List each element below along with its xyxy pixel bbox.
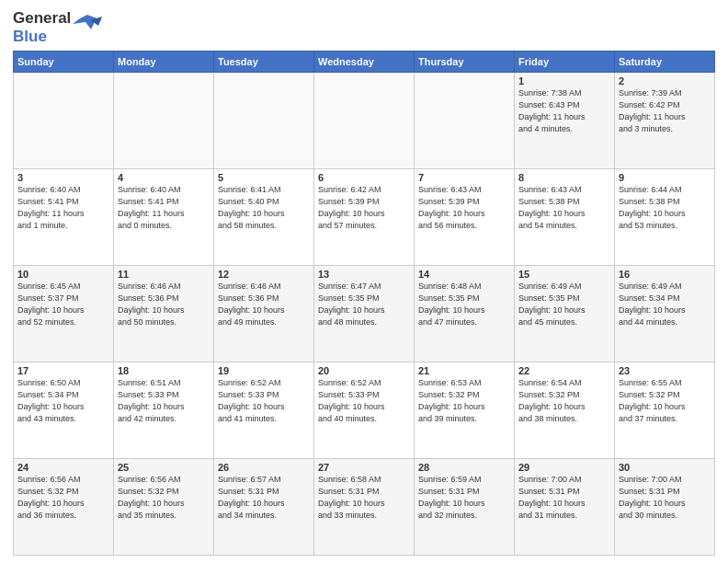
day-cell: 17Sunrise: 6:50 AM Sunset: 5:34 PM Dayli… — [14, 362, 114, 459]
day-cell: 20Sunrise: 6:52 AM Sunset: 5:33 PM Dayli… — [314, 362, 415, 459]
day-cell: 3Sunrise: 6:40 AM Sunset: 5:41 PM Daylig… — [14, 169, 114, 266]
calendar-header: SundayMondayTuesdayWednesdayThursdayFrid… — [14, 52, 715, 73]
week-row-2: 3Sunrise: 6:40 AM Sunset: 5:41 PM Daylig… — [14, 169, 715, 266]
day-number: 2 — [619, 75, 711, 86]
day-cell: 21Sunrise: 6:53 AM Sunset: 5:32 PM Dayli… — [415, 362, 515, 459]
week-row-1: 1Sunrise: 7:38 AM Sunset: 6:43 PM Daylig… — [14, 73, 715, 169]
day-cell — [14, 73, 114, 169]
week-row-3: 10Sunrise: 6:45 AM Sunset: 5:37 PM Dayli… — [14, 266, 715, 362]
day-number: 28 — [418, 462, 510, 473]
day-number: 5 — [218, 172, 310, 183]
col-header-sunday: Sunday — [14, 52, 114, 73]
logo-bird-icon — [73, 13, 102, 42]
day-detail: Sunrise: 6:55 AM Sunset: 5:32 PM Dayligh… — [619, 377, 711, 425]
day-detail: Sunrise: 6:52 AM Sunset: 5:33 PM Dayligh… — [318, 377, 410, 425]
header-row: SundayMondayTuesdayWednesdayThursdayFrid… — [14, 52, 715, 73]
day-cell: 27Sunrise: 6:58 AM Sunset: 5:31 PM Dayli… — [314, 458, 415, 555]
day-cell: 26Sunrise: 6:57 AM Sunset: 5:31 PM Dayli… — [214, 458, 314, 555]
day-number: 7 — [418, 172, 510, 183]
day-detail: Sunrise: 6:40 AM Sunset: 5:41 PM Dayligh… — [118, 184, 210, 232]
day-number: 25 — [118, 462, 210, 473]
day-number: 9 — [619, 172, 711, 183]
day-number: 10 — [17, 269, 109, 280]
day-detail: Sunrise: 7:00 AM Sunset: 5:31 PM Dayligh… — [518, 474, 610, 522]
day-number: 14 — [418, 269, 510, 280]
day-detail: Sunrise: 6:51 AM Sunset: 5:33 PM Dayligh… — [118, 377, 210, 425]
day-number: 27 — [318, 462, 410, 473]
day-cell: 22Sunrise: 6:54 AM Sunset: 5:32 PM Dayli… — [515, 362, 615, 459]
day-number: 13 — [318, 269, 410, 280]
day-cell: 8Sunrise: 6:43 AM Sunset: 5:38 PM Daylig… — [515, 169, 615, 266]
day-cell: 19Sunrise: 6:52 AM Sunset: 5:33 PM Dayli… — [214, 362, 314, 459]
col-header-saturday: Saturday — [615, 52, 715, 73]
day-cell — [114, 73, 214, 169]
col-header-friday: Friday — [515, 52, 615, 73]
day-number: 6 — [318, 172, 410, 183]
col-header-tuesday: Tuesday — [214, 52, 314, 73]
day-number: 8 — [518, 172, 610, 183]
day-detail: Sunrise: 6:43 AM Sunset: 5:39 PM Dayligh… — [418, 184, 510, 232]
day-detail: Sunrise: 6:47 AM Sunset: 5:35 PM Dayligh… — [318, 281, 410, 328]
day-number: 16 — [619, 269, 711, 280]
page: General Blue SundayMondayTuesdayWednesda… — [0, 0, 728, 563]
day-cell: 7Sunrise: 6:43 AM Sunset: 5:39 PM Daylig… — [415, 169, 515, 266]
day-number: 22 — [518, 365, 610, 376]
day-cell: 1Sunrise: 7:38 AM Sunset: 6:43 PM Daylig… — [515, 73, 615, 169]
day-number: 20 — [318, 365, 410, 376]
day-number: 23 — [619, 365, 711, 376]
day-cell: 4Sunrise: 6:40 AM Sunset: 5:41 PM Daylig… — [114, 169, 214, 266]
day-cell: 10Sunrise: 6:45 AM Sunset: 5:37 PM Dayli… — [14, 266, 114, 362]
header: General Blue — [13, 9, 715, 45]
day-cell: 18Sunrise: 6:51 AM Sunset: 5:33 PM Dayli… — [114, 362, 214, 459]
day-cell: 16Sunrise: 6:49 AM Sunset: 5:34 PM Dayli… — [615, 266, 715, 362]
day-detail: Sunrise: 6:49 AM Sunset: 5:35 PM Dayligh… — [518, 281, 610, 328]
day-number: 4 — [118, 172, 210, 183]
day-cell: 2Sunrise: 7:39 AM Sunset: 6:42 PM Daylig… — [615, 73, 715, 169]
day-detail: Sunrise: 6:56 AM Sunset: 5:32 PM Dayligh… — [17, 474, 109, 522]
day-cell: 30Sunrise: 7:00 AM Sunset: 5:31 PM Dayli… — [615, 458, 715, 555]
day-cell: 29Sunrise: 7:00 AM Sunset: 5:31 PM Dayli… — [515, 458, 615, 555]
day-number: 24 — [17, 462, 109, 473]
day-cell: 25Sunrise: 6:56 AM Sunset: 5:32 PM Dayli… — [114, 458, 214, 555]
day-detail: Sunrise: 6:46 AM Sunset: 5:36 PM Dayligh… — [218, 281, 310, 328]
day-cell: 5Sunrise: 6:41 AM Sunset: 5:40 PM Daylig… — [214, 169, 314, 266]
day-cell: 12Sunrise: 6:46 AM Sunset: 5:36 PM Dayli… — [214, 266, 314, 362]
day-cell: 11Sunrise: 6:46 AM Sunset: 5:36 PM Dayli… — [114, 266, 214, 362]
day-detail: Sunrise: 6:46 AM Sunset: 5:36 PM Dayligh… — [118, 281, 210, 328]
day-number: 30 — [619, 462, 711, 473]
day-detail: Sunrise: 6:52 AM Sunset: 5:33 PM Dayligh… — [218, 377, 310, 425]
day-detail: Sunrise: 6:48 AM Sunset: 5:35 PM Dayligh… — [418, 281, 510, 328]
day-cell — [415, 73, 515, 169]
day-detail: Sunrise: 7:00 AM Sunset: 5:31 PM Dayligh… — [619, 474, 711, 522]
day-cell: 13Sunrise: 6:47 AM Sunset: 5:35 PM Dayli… — [314, 266, 415, 362]
day-cell: 15Sunrise: 6:49 AM Sunset: 5:35 PM Dayli… — [515, 266, 615, 362]
day-detail: Sunrise: 7:39 AM Sunset: 6:42 PM Dayligh… — [619, 87, 711, 135]
day-detail: Sunrise: 6:58 AM Sunset: 5:31 PM Dayligh… — [318, 474, 410, 522]
day-number: 19 — [218, 365, 310, 376]
day-detail: Sunrise: 6:42 AM Sunset: 5:39 PM Dayligh… — [318, 184, 410, 232]
day-detail: Sunrise: 6:56 AM Sunset: 5:32 PM Dayligh… — [118, 474, 210, 522]
day-number: 1 — [518, 75, 610, 86]
col-header-monday: Monday — [114, 52, 214, 73]
day-cell — [314, 73, 415, 169]
day-number: 26 — [218, 462, 310, 473]
day-number: 21 — [418, 365, 510, 376]
day-cell: 6Sunrise: 6:42 AM Sunset: 5:39 PM Daylig… — [314, 169, 415, 266]
calendar-table: SundayMondayTuesdayWednesdayThursdayFrid… — [13, 51, 715, 556]
day-detail: Sunrise: 6:57 AM Sunset: 5:31 PM Dayligh… — [218, 474, 310, 522]
day-number: 12 — [218, 269, 310, 280]
day-number: 17 — [17, 365, 109, 376]
day-number: 18 — [118, 365, 210, 376]
day-detail: Sunrise: 6:54 AM Sunset: 5:32 PM Dayligh… — [518, 377, 610, 425]
day-detail: Sunrise: 6:44 AM Sunset: 5:38 PM Dayligh… — [619, 184, 711, 232]
logo-text: General Blue — [13, 9, 71, 45]
day-detail: Sunrise: 6:43 AM Sunset: 5:38 PM Dayligh… — [518, 184, 610, 232]
day-detail: Sunrise: 6:50 AM Sunset: 5:34 PM Dayligh… — [17, 377, 109, 425]
day-number: 3 — [17, 172, 109, 183]
day-detail: Sunrise: 6:49 AM Sunset: 5:34 PM Dayligh… — [619, 281, 711, 328]
col-header-wednesday: Wednesday — [314, 52, 415, 73]
day-number: 29 — [518, 462, 610, 473]
day-detail: Sunrise: 6:53 AM Sunset: 5:32 PM Dayligh… — [418, 377, 510, 425]
day-cell: 28Sunrise: 6:59 AM Sunset: 5:31 PM Dayli… — [415, 458, 515, 555]
day-cell — [214, 73, 314, 169]
